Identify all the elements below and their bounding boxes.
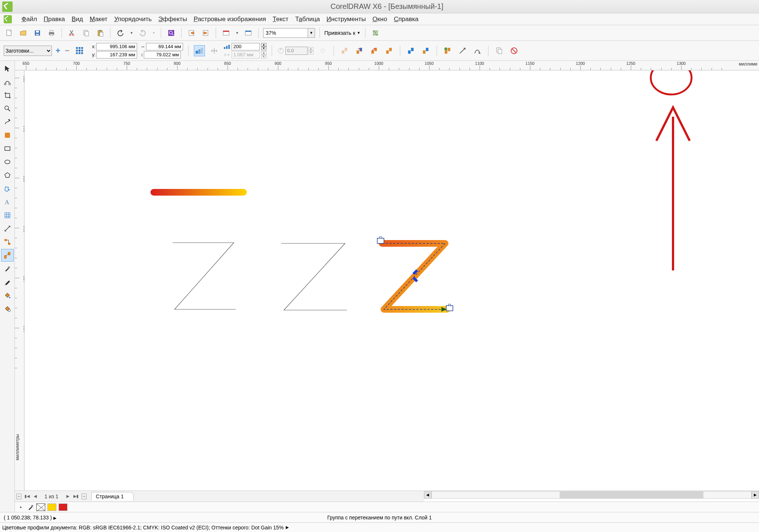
add-page-after-button[interactable]	[80, 492, 88, 501]
page-tab-1[interactable]: Страница 1	[91, 492, 134, 501]
y-position-input[interactable]	[96, 51, 137, 59]
smart-fill-tool[interactable]	[1, 129, 14, 142]
object-accel-button[interactable]	[405, 45, 417, 56]
direct-blend-color-button[interactable]	[339, 45, 350, 56]
dimension-tool[interactable]	[1, 222, 14, 235]
interactive-fill-tool[interactable]	[1, 302, 14, 315]
height-input[interactable]	[144, 51, 181, 59]
next-page-button[interactable]: ▶	[64, 492, 72, 501]
zoom-tool[interactable]	[1, 102, 14, 115]
svg-rect-36	[389, 48, 392, 51]
connector-tool[interactable]	[1, 236, 14, 248]
start-end-button[interactable]	[457, 45, 468, 56]
options-button[interactable]	[370, 27, 381, 39]
width-input[interactable]	[146, 43, 183, 50]
redo-dropdown[interactable]: ▼	[151, 27, 156, 39]
scroll-thumb[interactable]	[560, 492, 703, 498]
no-color-swatch[interactable]	[36, 503, 45, 511]
table-tool[interactable]	[1, 209, 14, 222]
copy-button[interactable]	[80, 27, 92, 39]
scroll-left-button[interactable]: ◀	[424, 491, 431, 499]
new-button[interactable]	[4, 27, 15, 39]
presets-dropdown[interactable]: Заготовки...	[4, 46, 52, 56]
export-button[interactable]	[200, 27, 211, 39]
basic-shapes-tool[interactable]	[1, 182, 14, 195]
outline-tool[interactable]	[1, 276, 14, 288]
loop-blend-button[interactable]	[317, 45, 328, 56]
counter-clockwise-blend-button[interactable]	[369, 45, 380, 56]
open-button[interactable]	[18, 27, 29, 39]
palette-flyout-button[interactable]: ▸	[17, 503, 25, 511]
undo-button[interactable]	[115, 27, 126, 39]
shape-tool[interactable]	[1, 76, 14, 88]
menu-file[interactable]: Файл	[21, 16, 37, 23]
undo-dropdown[interactable]: ▼	[129, 27, 134, 39]
search-content-button[interactable]	[166, 27, 177, 39]
import-button[interactable]	[186, 27, 197, 39]
eyedropper-tool[interactable]	[1, 262, 14, 275]
interactive-blend-tool[interactable]	[1, 249, 14, 262]
menu-window[interactable]: Окно	[372, 16, 387, 23]
more-blend-options-button[interactable]	[442, 45, 453, 56]
fill-tool[interactable]	[1, 289, 14, 302]
z-blend-selected[interactable]	[373, 236, 454, 319]
menu-text[interactable]: Текст	[273, 16, 289, 23]
zoom-dropdown-icon[interactable]: ▼	[308, 28, 315, 38]
redo-button[interactable]	[137, 27, 148, 39]
ruler-vertical[interactable]: миллиметры 350300250200150100	[15, 70, 24, 491]
menu-app-icon[interactable]	[4, 15, 12, 23]
color-accel-button[interactable]	[420, 45, 431, 56]
cut-button[interactable]	[66, 27, 77, 39]
menu-table[interactable]: Таблица	[295, 16, 320, 23]
preset-remove-button[interactable]: −	[65, 46, 70, 56]
ellipse-tool[interactable]	[1, 156, 14, 168]
palette-swatch-yellow[interactable]	[47, 503, 56, 511]
menu-effects[interactable]: Эффекты	[158, 16, 187, 23]
last-page-button[interactable]: ▶▮	[72, 492, 80, 501]
snap-to-dropdown[interactable]: Привязать к ▼	[324, 30, 361, 36]
horizontal-scrollbar[interactable]: ◀ ▶	[424, 491, 759, 499]
origin-grid-button[interactable]	[73, 44, 86, 57]
crop-tool[interactable]	[1, 89, 14, 102]
prev-page-button[interactable]: ◀	[31, 492, 39, 501]
steps-up[interactable]: ▲	[261, 43, 266, 47]
pick-tool[interactable]	[1, 62, 14, 75]
publish-pdf-button[interactable]	[221, 27, 232, 39]
text-tool[interactable]: A	[1, 196, 14, 208]
steps-down[interactable]: ▼	[261, 47, 266, 50]
scroll-right-button[interactable]: ▶	[752, 491, 759, 499]
app-launcher-button[interactable]	[243, 27, 254, 39]
palette-eyedropper-icon[interactable]	[27, 504, 34, 511]
preset-add-button[interactable]: +	[56, 46, 60, 56]
menu-edit[interactable]: Правка	[44, 16, 65, 23]
paste-button[interactable]	[95, 27, 106, 39]
polygon-tool[interactable]	[1, 169, 14, 182]
menu-bitmaps[interactable]: Растровые изображения	[194, 16, 266, 23]
print-button[interactable]	[46, 27, 57, 39]
first-page-button[interactable]: ▮◀	[23, 492, 31, 501]
zoom-combo[interactable]: ▼	[263, 28, 315, 38]
publish-dropdown[interactable]: ▼	[235, 27, 240, 39]
clear-blend-button[interactable]	[508, 45, 520, 56]
menu-layout[interactable]: Макет	[90, 16, 107, 23]
blend-steps-input[interactable]	[232, 43, 260, 50]
zoom-input[interactable]	[263, 28, 308, 38]
menu-tools[interactable]: Инструменты	[327, 16, 366, 23]
blend-direct-button[interactable]	[194, 45, 205, 56]
ruler-horizontal[interactable]: миллиме 65070075080085090095010001050110…	[15, 61, 759, 70]
clockwise-blend-button[interactable]	[354, 45, 365, 56]
blend-rotate-button[interactable]	[209, 45, 220, 56]
save-button[interactable]	[32, 27, 43, 39]
add-page-button[interactable]	[15, 492, 23, 501]
menu-view[interactable]: Вид	[72, 16, 83, 23]
menu-arrange[interactable]: Упорядочить	[114, 16, 152, 23]
rectangle-tool[interactable]	[1, 142, 14, 155]
drawing-canvas[interactable]	[24, 70, 759, 491]
palette-swatch-red[interactable]	[59, 503, 67, 511]
path-properties-button[interactable]	[472, 45, 483, 56]
menu-help[interactable]: Справка	[394, 16, 419, 23]
copy-blend-button[interactable]	[494, 45, 505, 56]
freehand-tool[interactable]	[1, 116, 14, 128]
x-position-input[interactable]	[96, 43, 137, 50]
accelerate-button[interactable]	[384, 45, 395, 56]
